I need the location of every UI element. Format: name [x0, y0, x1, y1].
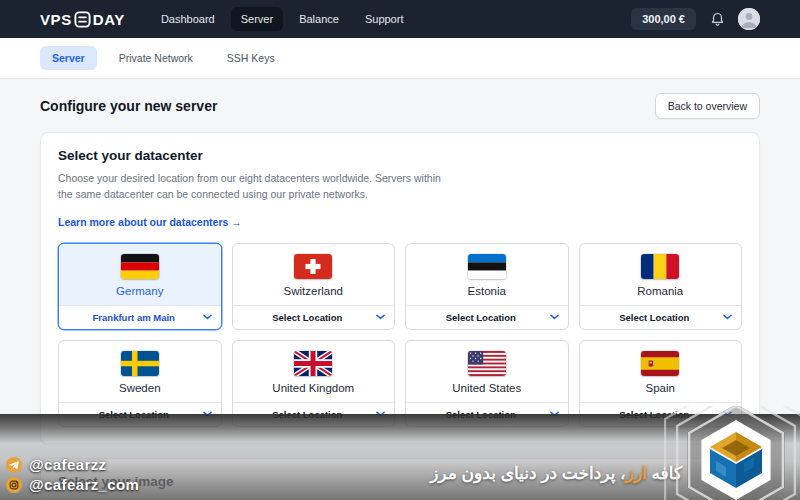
- datacenter-card-body: Switzerland: [233, 244, 395, 305]
- datacenter-section: Select your datacenter Choose your desir…: [40, 132, 760, 444]
- datacenter-card-body: Sweden: [59, 341, 221, 402]
- datacenter-card-body: Spain: [580, 341, 742, 402]
- cafearz-cube-logo: [664, 406, 800, 500]
- watermark-handle: @cafearz_com: [6, 476, 139, 493]
- location-select-romania[interactable]: Select Location: [580, 305, 742, 329]
- brand-part1: VPS: [40, 11, 72, 28]
- location-select-value: Frankfurt am Main: [93, 312, 175, 323]
- location-select-value: Select Location: [619, 312, 689, 323]
- chevron-down-icon: [376, 314, 385, 320]
- navbar-right: 300,00 €: [631, 8, 760, 30]
- watermark-handle-text: @cafearz_com: [29, 476, 139, 493]
- datacenter-name: Sweden: [119, 382, 161, 394]
- datacenter-card-body: Estonia: [406, 244, 568, 305]
- chevron-down-icon: [550, 314, 559, 320]
- flag-ch-icon: [294, 254, 332, 279]
- datacenter-card-estonia[interactable]: EstoniaSelect Location: [405, 243, 569, 330]
- datacenter-card-romania[interactable]: RomaniaSelect Location: [579, 243, 743, 330]
- location-select-value: Select Location: [272, 312, 342, 323]
- nav-item-dashboard[interactable]: Dashboard: [151, 7, 225, 31]
- back-to-overview-button[interactable]: Back to overview: [655, 93, 760, 119]
- telegram-icon: [6, 457, 22, 473]
- location-select-value: Select Location: [446, 312, 516, 323]
- datacenter-card-germany[interactable]: GermanyFrankfurt am Main: [58, 243, 222, 330]
- flag-de-icon: [121, 254, 159, 279]
- flag-gb-icon: [294, 351, 332, 376]
- datacenter-name: United States: [452, 382, 521, 394]
- datacenter-name: United Kingdom: [272, 382, 354, 394]
- datacenter-name: Spain: [646, 382, 675, 394]
- nav-item-balance[interactable]: Balance: [289, 7, 349, 31]
- tab-private-network[interactable]: Private Network: [107, 46, 205, 70]
- watermark-slogan: کافه ارز، پرداخت در دنیای بدون مرز: [430, 463, 682, 484]
- bell-icon[interactable]: [709, 10, 725, 28]
- watermark-handle: @cafearzz: [6, 456, 139, 473]
- page-title: Configure your new server: [40, 98, 217, 114]
- datacenter-card-body: Romania: [580, 244, 742, 305]
- flag-us-icon: [468, 351, 506, 376]
- location-select-estonia[interactable]: Select Location: [406, 305, 568, 329]
- datacenter-name: Romania: [637, 285, 683, 297]
- brand-part2: DAY: [93, 11, 125, 28]
- sub-navbar: ServerPrivate NetworkSSH Keys: [0, 38, 800, 79]
- datacenter-grid: GermanyFrankfurt am MainSwitzerlandSelec…: [58, 243, 742, 427]
- brand-logo[interactable]: VPS DAY: [40, 11, 125, 28]
- datacenter-learn-more-link[interactable]: Learn more about our datacenters →: [58, 216, 242, 228]
- slogan-suffix: ، پرداخت در دنیای بدون مرز: [430, 464, 625, 483]
- datacenter-card-body: United States: [406, 341, 568, 402]
- datacenter-name: Germany: [116, 285, 163, 297]
- page-header: Configure your new server Back to overvi…: [0, 79, 800, 132]
- chevron-down-icon: [723, 314, 732, 320]
- watermark-handles: @cafearzz@cafearz_com: [6, 456, 139, 493]
- slogan-highlight: ارز: [626, 464, 647, 483]
- chevron-down-icon: [203, 314, 212, 320]
- brand-2-icon: [74, 11, 91, 28]
- watermark-handle-text: @cafearzz: [29, 456, 106, 473]
- instagram-icon: [6, 477, 22, 493]
- location-select-germany[interactable]: Frankfurt am Main: [59, 305, 221, 329]
- balance-pill[interactable]: 300,00 €: [631, 8, 696, 30]
- main-nav: DashboardServerBalanceSupport: [151, 7, 414, 31]
- datacenter-card-body: Germany: [59, 244, 221, 305]
- datacenter-title: Select your datacenter: [58, 148, 742, 163]
- flag-ro-icon: [641, 254, 679, 279]
- datacenter-card-switzerland[interactable]: SwitzerlandSelect Location: [232, 243, 396, 330]
- datacenter-name: Estonia: [468, 285, 506, 297]
- location-select-switzerland[interactable]: Select Location: [233, 305, 395, 329]
- tab-server[interactable]: Server: [40, 46, 97, 70]
- tab-ssh-keys[interactable]: SSH Keys: [215, 46, 287, 70]
- datacenter-card-body: United Kingdom: [233, 341, 395, 402]
- datacenter-name: Switzerland: [284, 285, 343, 297]
- flag-es-icon: [641, 351, 679, 376]
- flag-ee-icon: [468, 254, 506, 279]
- flag-se-icon: [121, 351, 159, 376]
- nav-item-support[interactable]: Support: [355, 7, 414, 31]
- watermark-overlay: @cafearzz@cafearz_com کافه ارز، پرداخت د…: [0, 414, 800, 500]
- user-avatar[interactable]: [738, 8, 760, 30]
- datacenter-description: Choose your desired location from our ei…: [58, 170, 458, 203]
- nav-item-server[interactable]: Server: [231, 7, 283, 31]
- top-navbar: VPS DAY DashboardServerBalanceSupport 30…: [0, 0, 800, 38]
